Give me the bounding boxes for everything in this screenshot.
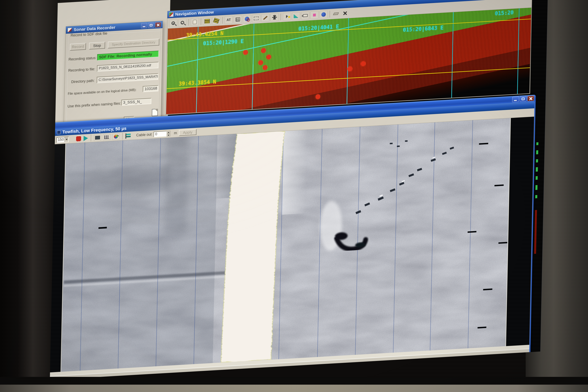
- cable-out-input[interactable]: 0: [154, 131, 167, 137]
- minimize-icon[interactable]: [512, 96, 519, 102]
- zoom-in-icon[interactable]: +: [169, 19, 178, 27]
- range-value: 150: [58, 137, 64, 142]
- maximize-icon[interactable]: [148, 22, 154, 28]
- toolbar-separator: [90, 134, 91, 141]
- file-space-value: 103168: [143, 85, 158, 92]
- cable-out-value: 0: [155, 132, 157, 136]
- toolbar-separator: [122, 133, 123, 140]
- zoom-out-icon[interactable]: -: [178, 18, 186, 26]
- spinner-down-icon[interactable]: [167, 134, 170, 136]
- track-line-a-icon[interactable]: [203, 17, 211, 25]
- toolbar-separator: [222, 17, 223, 24]
- cursor-help-icon[interactable]: [283, 12, 291, 20]
- range-combo[interactable]: 150: [56, 136, 69, 143]
- monitor-screen: Navigation Window + - AT: [50, 0, 548, 380]
- edge-annotation-marks: [536, 150, 538, 154]
- monitor-stand-edge: [0, 385, 588, 392]
- navigation-window: Navigation Window + - AT: [165, 0, 532, 115]
- edge-annotation-marks: [535, 195, 537, 198]
- main-app-client: Towfish, Low Frequency, 50 µs 150 Cable …: [50, 102, 534, 376]
- toolbar-separator: [330, 10, 330, 17]
- snap-star-icon[interactable]: [270, 13, 278, 21]
- chevron-down-icon[interactable]: [64, 137, 68, 142]
- new-file-icon[interactable]: [152, 109, 158, 116]
- snapshot-icon[interactable]: [94, 134, 101, 141]
- delete-x-icon[interactable]: [341, 9, 349, 17]
- event-flag-icon[interactable]: [126, 134, 126, 138]
- edge-annotation-marks: [536, 142, 538, 145]
- edge-annotation-marks: [536, 159, 538, 163]
- select-region-icon[interactable]: [252, 14, 260, 22]
- eraser-icon[interactable]: [332, 10, 340, 18]
- main-app-window: Towfish, Low Frequency, 50 µs 150 Cable …: [50, 95, 536, 380]
- toolbar-separator: [201, 18, 201, 25]
- cable-unit-label: m: [174, 131, 177, 136]
- close-icon[interactable]: [527, 96, 534, 101]
- tile-view-icon[interactable]: [234, 15, 242, 23]
- cable-out-label: Cable out: [136, 132, 152, 137]
- track-line-b-icon[interactable]: [212, 16, 220, 24]
- edge-red-segment: [534, 210, 537, 254]
- sonar-recorder-app-icon: [68, 28, 72, 32]
- auto-track-icon[interactable]: AT: [224, 16, 233, 24]
- spinner-up-icon[interactable]: [167, 130, 170, 134]
- globe-search-icon[interactable]: [243, 15, 251, 23]
- navigation-app-icon: [169, 12, 174, 17]
- gain-levels-icon[interactable]: [103, 134, 110, 140]
- seafloor-targets: [50, 117, 534, 372]
- edge-annotation-marks: [536, 185, 538, 190]
- globe-icon[interactable]: [320, 10, 328, 18]
- toolbar-separator: [280, 14, 281, 20]
- navigation-title: Navigation Window: [175, 10, 214, 17]
- palette-icon[interactable]: [112, 134, 120, 140]
- waterfall-right-margin: [505, 117, 534, 346]
- stop-record-icon[interactable]: [76, 136, 82, 142]
- close-icon[interactable]: [155, 22, 161, 28]
- toolbar-separator: [188, 19, 189, 26]
- measure-pen-icon[interactable]: [261, 14, 270, 22]
- sonar-waterfall[interactable]: [50, 117, 534, 372]
- sonar-recorder-title: Sonar Data Recorder: [74, 25, 116, 32]
- stop-button[interactable]: Stop: [89, 42, 105, 50]
- pan-hand-icon[interactable]: [191, 18, 199, 26]
- play-icon[interactable]: [84, 136, 88, 141]
- apply-button[interactable]: Apply: [179, 129, 196, 136]
- time-label: 015:20: [495, 10, 514, 16]
- restore-icon[interactable]: [520, 96, 527, 102]
- record-button[interactable]: Record: [70, 43, 86, 51]
- camera-view-icon[interactable]: [301, 11, 310, 19]
- edge-annotation-marks: [536, 167, 538, 172]
- angle-measure-icon[interactable]: [292, 12, 300, 20]
- towfish-app-icon: [57, 130, 60, 134]
- edge-annotation-marks: [536, 176, 538, 180]
- pink-marker-icon[interactable]: [310, 11, 318, 19]
- minimize-icon[interactable]: [141, 23, 147, 28]
